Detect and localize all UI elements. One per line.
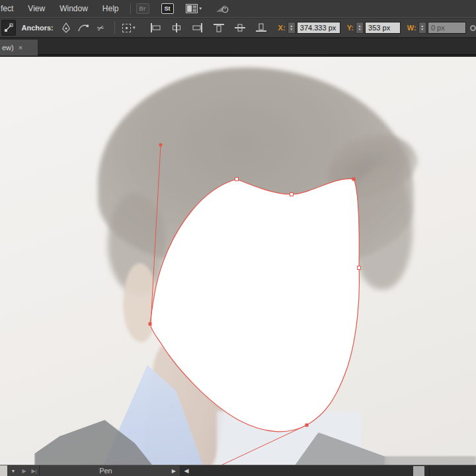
zoom-dropdown-button[interactable]: ▼ xyxy=(7,465,19,476)
y-label: Y: xyxy=(347,24,354,32)
w-stepper[interactable]: ▲ ▼ xyxy=(418,22,426,34)
cut-path-icon[interactable]: ✂ xyxy=(95,20,108,35)
y-stepper[interactable]: ▲ ▼ xyxy=(356,22,364,34)
chevron-down-icon: ▾ xyxy=(133,25,136,30)
anchor-point-tool-button[interactable] xyxy=(1,20,16,36)
align-right-button[interactable] xyxy=(189,20,206,35)
menu-bar: fect View Window Help Br St ▾ xyxy=(0,0,476,18)
smooth-curve-icon[interactable] xyxy=(77,20,90,35)
document-tab-label: ew) xyxy=(2,44,14,52)
path-anchor-hollow[interactable] xyxy=(358,266,361,270)
status-flyout-icon[interactable]: ▶ xyxy=(172,468,176,474)
w-input[interactable]: 0 px xyxy=(428,22,466,34)
current-tool-label: Pen xyxy=(40,467,172,475)
scroll-left-button[interactable]: ◀ xyxy=(180,467,192,474)
x-stepper[interactable]: ▲ ▼ xyxy=(288,22,296,34)
align-buttons-group xyxy=(145,20,272,35)
x-label: X: xyxy=(278,24,286,32)
anchors-label: Anchors: xyxy=(21,24,53,32)
horizontal-scrollbar[interactable]: ◀ xyxy=(180,465,476,476)
link-dimensions-icon[interactable] xyxy=(470,25,476,31)
face-mask-path[interactable] xyxy=(150,178,359,431)
canvas-viewport[interactable] xyxy=(0,57,476,465)
menu-item-help[interactable]: Help xyxy=(95,0,126,18)
menu-item-view[interactable]: View xyxy=(20,0,52,18)
path-anchor-filled[interactable] xyxy=(149,323,152,326)
align-top-button[interactable] xyxy=(210,20,227,35)
w-label: W: xyxy=(407,24,416,32)
options-divider xyxy=(114,21,115,34)
path-anchor-filled[interactable] xyxy=(352,178,356,181)
status-display[interactable]: Pen ▶ xyxy=(40,465,180,476)
select-similar-icon xyxy=(122,24,131,32)
gpu-performance-icon[interactable] xyxy=(215,3,229,14)
path-anchor-filled[interactable] xyxy=(305,424,309,427)
anchor-point-icon xyxy=(4,23,13,32)
convert-anchor-pen-icon[interactable] xyxy=(60,20,73,35)
pen-path-overlay xyxy=(0,57,476,465)
last-artboard-button[interactable]: ▶| xyxy=(29,465,39,476)
align-vertical-center-button[interactable] xyxy=(231,20,249,35)
x-input[interactable]: 374.333 px xyxy=(297,22,340,34)
menu-item-window[interactable]: Window xyxy=(52,0,95,18)
menu-bar-divider xyxy=(130,3,131,14)
spinner-down-icon[interactable]: ▼ xyxy=(420,28,424,31)
y-input[interactable]: 353 px xyxy=(365,22,401,34)
align-bottom-button[interactable] xyxy=(253,20,270,35)
illustrator-window: fect View Window Help Br St ▾ xyxy=(0,0,476,476)
path-anchor-hollow[interactable] xyxy=(290,193,294,196)
zoom-level-field[interactable] xyxy=(0,465,7,476)
spinner-down-icon[interactable]: ▼ xyxy=(358,28,362,31)
arrange-documents-button[interactable]: ▾ xyxy=(186,4,202,13)
options-bar: Anchors: ✂ ▾ xyxy=(0,19,476,38)
next-artboard-button[interactable]: ▶ xyxy=(19,465,29,476)
scrollbar-thumb[interactable] xyxy=(413,466,424,476)
spinner-down-icon[interactable]: ▼ xyxy=(290,28,293,31)
stock-button[interactable]: St xyxy=(161,3,174,14)
menu-item-effect[interactable]: fect xyxy=(0,0,20,18)
align-left-button[interactable] xyxy=(147,20,164,35)
bridge-button[interactable]: Br xyxy=(136,3,149,14)
document-tab[interactable]: ew) × xyxy=(0,40,38,56)
direction-handle-dot[interactable] xyxy=(159,143,162,146)
align-horizontal-center-button[interactable] xyxy=(168,20,185,35)
scrollbar-seam xyxy=(429,465,430,476)
document-tab-bar: ew) × xyxy=(0,40,476,56)
path-anchor-hollow[interactable] xyxy=(235,178,239,181)
arrange-documents-icon xyxy=(186,4,198,13)
select-similar-button[interactable]: ▾ xyxy=(122,24,136,32)
status-bar: ▼ ▶ ▶| Pen ▶ ◀ xyxy=(0,465,476,476)
chevron-down-icon: ▾ xyxy=(200,6,202,11)
close-icon[interactable]: × xyxy=(19,44,22,51)
